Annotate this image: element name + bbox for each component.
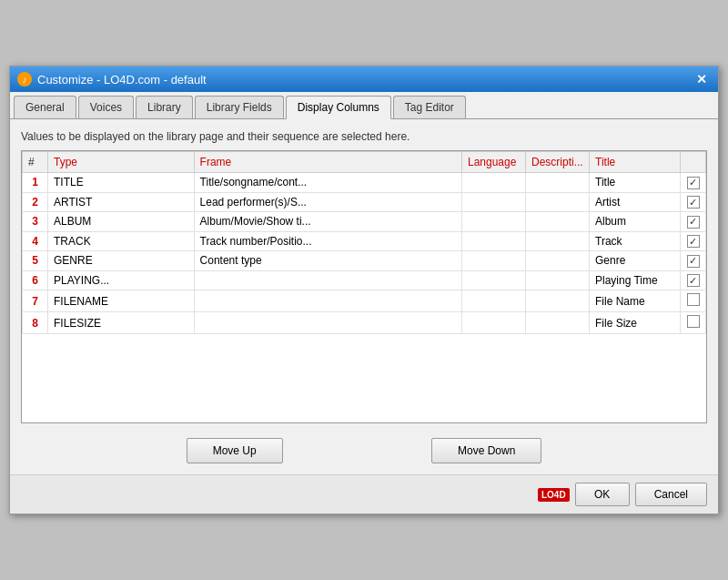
table-row[interactable]: 4TRACKTrack number/Positio...Track [23,231,706,251]
table-row[interactable]: 5GENREContent typeGenre [23,251,706,271]
tab-general[interactable]: General [14,96,76,118]
row-checkbox-cell[interactable] [681,312,706,334]
row-title: Title [590,173,681,193]
row-frame: Album/Movie/Show ti... [194,212,461,232]
row-language [462,290,526,312]
row-num: 2 [23,192,48,212]
row-description [526,251,590,271]
row-checkbox[interactable] [687,315,700,328]
move-buttons: Move Up Move Down [21,438,707,463]
move-down-button[interactable]: Move Down [431,438,541,463]
table-body: 1TITLETitle/songname/cont...Title2ARTIST… [23,173,706,334]
tab-display-columns[interactable]: Display Columns [286,96,391,119]
col-header-description: Descripti... [526,152,590,173]
table-row[interactable]: 1TITLETitle/songname/cont...Title [23,173,706,193]
tab-library-fields[interactable]: Library Fields [195,96,284,118]
row-frame: Track number/Positio... [194,231,461,251]
title-bar-left: ♪ Customize - LO4D.com - default [17,72,207,86]
row-frame [194,290,461,312]
watermark-logo: LO4D [538,488,570,502]
app-icon: ♪ [17,72,32,86]
table-row[interactable]: 7FILENAMEFile Name [23,290,706,312]
row-language [462,251,526,271]
row-checkbox[interactable] [687,293,700,306]
row-checkbox[interactable] [687,255,700,268]
row-num: 3 [23,212,48,232]
row-type: TRACK [48,231,195,251]
row-frame [194,312,461,334]
row-description [526,192,590,212]
tab-tag-editor[interactable]: Tag Editor [393,96,466,118]
row-checkbox-cell[interactable] [681,212,706,232]
ok-button[interactable]: OK [575,483,630,506]
table-header: # Type Frame Language Descripti... Title [23,152,706,173]
row-title: Album [590,212,681,232]
columns-table-container: # Type Frame Language Descripti... Title… [21,150,707,423]
col-header-title: Title [590,152,681,173]
row-type: GENRE [48,251,195,271]
row-type: ALBUM [48,212,195,232]
row-type: TITLE [48,173,195,193]
move-up-button[interactable]: Move Up [187,438,283,463]
row-description [526,312,590,334]
main-content: Values to be displayed on the library pa… [10,119,718,474]
row-type: FILESIZE [48,312,195,334]
row-type: ARTIST [48,192,195,212]
row-checkbox-cell[interactable] [681,290,706,312]
row-checkbox[interactable] [687,274,700,287]
row-checkbox-cell[interactable] [681,270,706,290]
close-button[interactable]: ✕ [693,70,711,88]
row-num: 8 [23,312,48,334]
cancel-button[interactable]: Cancel [635,483,707,506]
col-header-frame: Frame [194,152,461,173]
columns-table: # Type Frame Language Descripti... Title… [22,151,706,334]
main-window: ♪ Customize - LO4D.com - default ✕ Gener… [9,66,719,514]
window-title: Customize - LO4D.com - default [37,73,207,86]
description-text: Values to be displayed on the library pa… [21,130,707,143]
row-language [462,231,526,251]
row-num: 4 [23,231,48,251]
col-header-checkbox [681,152,706,173]
row-title: File Size [590,312,681,334]
table-row[interactable]: 3ALBUMAlbum/Movie/Show ti...Album [23,212,706,232]
row-title: Track [590,231,681,251]
table-row[interactable]: 6PLAYING...Playing Time [23,270,706,290]
title-bar: ♪ Customize - LO4D.com - default ✕ [10,66,718,92]
row-checkbox[interactable] [687,235,700,248]
row-frame: Lead performer(s)/S... [194,192,461,212]
row-language [462,192,526,212]
row-num: 7 [23,290,48,312]
col-header-num: # [23,152,48,173]
table-row[interactable]: 8FILESIZEFile Size [23,312,706,334]
row-language [462,173,526,193]
col-header-type: Type [48,152,195,173]
tab-library[interactable]: Library [136,96,193,118]
row-type: FILENAME [48,290,195,312]
row-checkbox[interactable] [687,216,700,229]
row-title: Genre [590,251,681,271]
row-language [462,212,526,232]
row-frame: Content type [194,251,461,271]
table-row[interactable]: 2ARTISTLead performer(s)/S...Artist [23,192,706,212]
row-checkbox-cell[interactable] [681,251,706,271]
row-title: Playing Time [590,270,681,290]
row-description [526,173,590,193]
row-num: 1 [23,173,48,193]
row-checkbox-cell[interactable] [681,192,706,212]
row-description [526,270,590,290]
row-type: PLAYING... [48,270,195,290]
tab-bar: General Voices Library Library Fields Di… [10,92,718,119]
watermark: LO4D [538,488,570,502]
row-frame [194,270,461,290]
bottom-bar: LO4D OK Cancel [10,474,718,514]
row-checkbox-cell[interactable] [681,231,706,251]
row-checkbox[interactable] [687,196,700,209]
row-checkbox-cell[interactable] [681,173,706,193]
tab-voices[interactable]: Voices [78,96,134,118]
row-num: 6 [23,270,48,290]
row-title: File Name [590,290,681,312]
row-description [526,290,590,312]
row-language [462,270,526,290]
row-checkbox[interactable] [687,177,700,189]
row-frame: Title/songname/cont... [194,173,461,193]
